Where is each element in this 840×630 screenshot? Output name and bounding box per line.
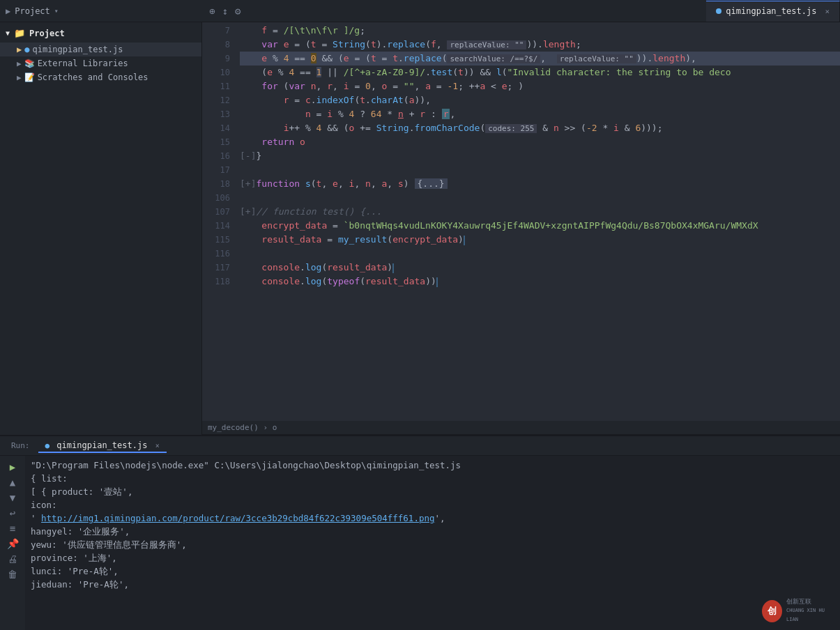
code-line-18: [+]function s(t, e, i, n, a, s) {...} (240, 177, 840, 191)
sidebar: ▼ 📁 Project ▶ ● qimingpian_test.js ▶ 📚 E… (0, 22, 202, 435)
pin-icon[interactable]: 📌 (7, 538, 19, 549)
console-command: "D:\Program Files\nodejs\node.exe" C:\Us… (31, 459, 751, 472)
ln-9: 9 (208, 52, 230, 66)
ln-11: 11 (208, 79, 230, 93)
scroll-up-icon[interactable]: ▲ (10, 477, 15, 488)
project-label[interactable]: Project (15, 6, 50, 16)
print-icon[interactable]: 🖨 (8, 553, 17, 564)
code-line-115: result_data = my_result(encrypt_data) (240, 233, 840, 247)
ln-8: 8 (208, 38, 230, 52)
breadcrumb-path: my_decode() › o (208, 423, 277, 432)
watermark: 创 创新互联 CHUANG XIN HU LIAN (762, 597, 834, 624)
sidebar-item-scratches[interactable]: ▶ 📝 Scratches and Consoles (0, 70, 201, 84)
sidebar-project[interactable]: ▼ 📁 Project (0, 25, 201, 41)
console-line-5: hangyel: '企业服务', (31, 525, 751, 538)
bottom-content: ▶ ▲ ▼ ↩ ≡ 📌 🖨 🗑 "D:\Program Files\nodejs… (0, 456, 840, 630)
watermark-logo: 创 (762, 600, 782, 622)
watermark-en: CHUANG XIN HU LIAN (786, 606, 834, 624)
folder-icon: 📁 (14, 28, 25, 38)
console-cmd-text: "D:\Program Files\nodejs\node.exe" C:\Us… (31, 460, 461, 470)
bottom-toolbar: ▶ ▲ ▼ ↩ ≡ 📌 🖨 🗑 (0, 456, 25, 630)
code-line-106 (240, 191, 840, 205)
code-lines: f = /[\t\n\f\r ]/g; var e = (t = String(… (237, 22, 840, 421)
console-line-1: { list: (31, 472, 751, 485)
top-bar-icons: ⊕ ↕ ⚙ (202, 6, 706, 17)
ln-15: 15 (208, 135, 230, 149)
wrap-icon[interactable]: ↩ (10, 507, 15, 518)
code-line-15: return o (240, 135, 840, 149)
code-line-13: n = i % 4 ? 64 * n + r : r, (240, 107, 840, 121)
file-icon: ▶ (17, 45, 22, 54)
active-tab[interactable]: qimingpian_test.js × (706, 1, 840, 22)
console-output: "D:\Program Files\nodejs\node.exe" C:\Us… (25, 456, 756, 630)
split-icon[interactable]: ↕ (222, 6, 227, 17)
project-icon: ▶ (6, 6, 10, 16)
scratch-file-icon: 📝 (24, 72, 35, 82)
ln-17: 17 (208, 163, 230, 177)
run-tab-dot: ● (45, 441, 50, 450)
main-area: ▼ 📁 Project ▶ ● qimingpian_test.js ▶ 📚 E… (0, 22, 840, 435)
code-content: 7 8 9 10 11 12 13 14 15 16 17 18 106 107… (202, 22, 840, 421)
code-line-107: [+]// function test() {... (240, 205, 840, 219)
ln-12: 12 (208, 93, 230, 107)
sidebar-files: ▶ ● qimingpian_test.js ▶ 📚 External Libr… (0, 41, 201, 86)
console-line-9: jieduan: 'Pre-A轮', (31, 578, 751, 591)
console-line-6: yewu: '供应链管理信息平台服务商', (31, 538, 751, 551)
run-play-icon[interactable]: ▶ (10, 461, 15, 472)
top-bar: ▶ Project ▾ ⊕ ↕ ⚙ qimingpian_test.js × (0, 0, 840, 22)
bottom-panel: Run: ● qimingpian_test.js × ▶ ▲ ▼ ↩ ≡ 📌 … (0, 435, 840, 630)
scroll-down-icon[interactable]: ▼ (10, 492, 15, 503)
add-icon[interactable]: ⊕ (209, 6, 215, 17)
bottom-tab-close-icon[interactable]: × (155, 442, 160, 450)
code-line-8: var e = (t = String(t).replace(f, replac… (240, 38, 840, 52)
code-line-114: encrypt_data = `b0nqtWHqs4vudLnKOKY4Xauw… (240, 219, 840, 233)
watermark-cn: 创新互联 (786, 597, 834, 606)
code-line-7: f = /[\t\n\f\r ]/g; (240, 24, 840, 38)
ln-118: 118 (208, 275, 230, 289)
console-line-2: [ { product: '壹站', (31, 485, 751, 498)
code-editor[interactable]: 7 8 9 10 11 12 13 14 15 16 17 18 106 107… (202, 22, 840, 421)
line-numbers: 7 8 9 10 11 12 13 14 15 16 17 18 106 107… (202, 22, 237, 421)
sidebar-item-external-libs[interactable]: ▶ 📚 External Libraries (0, 56, 201, 70)
tab-dot (716, 8, 721, 14)
ln-107: 107 (208, 205, 230, 219)
console-line-4: ' http://img1.qimingpian.com/product/raw… (31, 512, 751, 525)
clear-icon[interactable]: 🗑 (8, 569, 17, 580)
editor-area: 7 8 9 10 11 12 13 14 15 16 17 18 106 107… (202, 22, 840, 435)
settings-icon[interactable]: ⚙ (235, 6, 240, 17)
code-line-118: console.log(typeof(result_data)) (240, 275, 840, 289)
watermark-area: 创 创新互联 CHUANG XIN HU LIAN (756, 592, 840, 630)
ln-13: 13 (208, 107, 230, 121)
align-icon[interactable]: ≡ (10, 523, 15, 534)
bottom-tabs: Run: ● qimingpian_test.js × (0, 436, 840, 456)
code-line-14: i++ % 4 && (o += String.fromCharCode(cod… (240, 121, 840, 135)
code-line-17 (240, 163, 840, 177)
ln-106: 106 (208, 191, 230, 205)
code-line-116 (240, 247, 840, 261)
top-bar-left: ▶ Project ▾ (0, 6, 202, 16)
ln-16: 16 (208, 149, 230, 163)
code-line-12: r = c.indexOf(t.charAt(a)), (240, 93, 840, 107)
bottom-tab-label: qimingpian_test.js (56, 440, 147, 450)
tab-close-icon[interactable]: × (825, 7, 830, 16)
tab-bar: qimingpian_test.js × (706, 1, 840, 22)
sidebar-project-label: Project (29, 29, 65, 38)
console-link[interactable]: http://img1.qimingpian.com/product/raw/3… (41, 513, 434, 523)
code-line-9: e % 4 == 0 && (e = (t = t.replace(search… (240, 52, 840, 66)
ln-7: 7 (208, 24, 230, 38)
sidebar-item-file[interactable]: ▶ ● qimingpian_test.js (0, 43, 201, 56)
ln-117: 117 (208, 261, 230, 275)
library-icon: 📚 (24, 59, 35, 68)
console-line-3: icon: (31, 498, 751, 512)
project-expand-icon: ▼ (6, 29, 10, 37)
sidebar-scratch-label: Scratches and Consoles (38, 72, 148, 82)
code-line-10: (e % 4 == 1 || /[^+a-zA-Z0-9]/.test(t)) … (240, 66, 840, 79)
bottom-tab-run[interactable]: ● qimingpian_test.js × (38, 439, 167, 453)
ln-18: 18 (208, 177, 230, 191)
project-dropdown-icon[interactable]: ▾ (54, 7, 59, 15)
watermark-text: 创新互联 CHUANG XIN HU LIAN (786, 597, 834, 624)
code-line-16: [-]} (240, 149, 840, 163)
sidebar-file-label: qimingpian_test.js (32, 45, 123, 54)
ln-10: 10 (208, 66, 230, 79)
tab-filename: qimingpian_test.js (726, 6, 816, 16)
